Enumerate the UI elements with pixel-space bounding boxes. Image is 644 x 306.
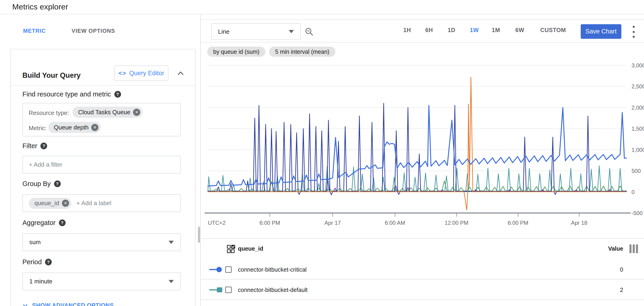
timezone-label: UTC+2 [208,220,240,226]
dropdown-arrow-icon [289,30,294,33]
resource-metric-box: Resource type: Cloud Tasks Queue✕ Metric… [22,103,181,136]
range-1h[interactable]: 1H [403,27,411,33]
aggregator-label: Aggregator? [22,219,66,227]
aggregator-select[interactable]: sum [22,233,181,251]
zoom-out-icon[interactable] [305,27,314,37]
app-header: Metrics explorer [0,0,644,14]
series-legend-mark-line-square [209,287,223,293]
chart-type-select[interactable]: Line [211,23,301,40]
queue-id-cell: connector-bitbucket-critical [238,266,306,273]
y-axis-label: 2,500 [632,83,644,90]
group-by-chip[interactable]: by queue id (sum) [207,47,266,57]
query-editor-button[interactable]: <> Query Editor [114,65,168,81]
metric-chip[interactable]: Queue depth✕ [48,122,101,133]
aggregation-chips: by queue id (sum) 5 min interval (mean) [207,47,336,57]
y-axis-label: 1,500 [632,126,644,132]
interval-chip[interactable]: 5 min interval (mean) [269,47,336,57]
chart-panel: Line 1H 6H 1D 1W 1M 6W CUSTOM Save Chart… [201,14,644,306]
metric-label: Metric: [29,125,47,132]
tab-metric[interactable]: METRIC [23,28,46,34]
x-axis-label: 12:00 PM [440,220,472,226]
dropdown-arrow-icon [168,280,174,283]
help-icon[interactable]: ? [114,91,121,98]
remove-chip-icon[interactable]: ✕ [62,200,69,207]
row-checkbox[interactable] [225,287,232,293]
scrollbar-thumb[interactable] [198,227,200,243]
series-legend-mark-line-circle [209,267,223,273]
y-axis-label: -500 [632,210,642,217]
card-header-divider [11,85,195,86]
x-axis-label: 6:00 PM [502,220,534,226]
help-icon[interactable]: ? [40,143,47,149]
filter-label: Filter? [22,142,47,150]
add-filter-input[interactable]: + Add a filter [22,156,181,174]
range-1m[interactable]: 1M [492,27,500,33]
select-series-icon[interactable] [227,245,235,254]
x-axis-label: Apr 18 [563,220,595,226]
y-axis-label: 0 [632,189,634,195]
y-axis-label: 2,000 [632,104,644,111]
value-cell: 2 [620,287,623,293]
value-cell: 0 [620,266,623,273]
column-header-value[interactable]: Value [608,245,623,252]
resource-type-label: Resource type: [29,109,69,117]
legend-table-header: queue_id Value [201,239,644,259]
y-axis-label: 500 [632,168,641,174]
y-axis-label: 3,000 [632,62,644,69]
help-icon[interactable]: ? [45,259,52,265]
chevron-down-icon [22,302,28,306]
chart[interactable]: 3,0002,5002,0001,5001,0005000-500UTC+26:… [203,58,644,229]
code-icon: <> [118,70,126,77]
tab-view-options[interactable]: VIEW OPTIONS [72,28,115,34]
collapse-chevron-icon[interactable] [176,69,185,78]
dropdown-arrow-icon [168,241,174,244]
save-chart-button[interactable]: Save Chart [581,24,621,39]
period-select[interactable]: 1 minute [22,273,181,290]
range-1w[interactable]: 1W [470,27,479,33]
build-your-query-card: Build Your Query <> Query Editor Find re… [10,49,196,306]
add-filter-placeholder: + Add a filter [29,161,62,168]
add-label-placeholder: + Add a label [76,200,111,207]
range-6w[interactable]: 6W [515,27,524,33]
metrics-explorer-app: Metrics explorer METRIC VIEW OPTIONS Bui… [0,0,644,306]
remove-chip-icon[interactable]: ✕ [133,109,140,116]
column-header-queue-id[interactable]: queue_id [238,245,263,252]
chart-toolbar: Line 1H 6H 1D 1W 1M 6W CUSTOM Save Chart [201,19,644,42]
group-by-input[interactable]: queue_id✕ + Add a label [22,194,181,212]
help-icon[interactable]: ? [54,180,61,187]
queue-id-cell: connector-bitbucket-default [238,287,308,293]
chart-canvas[interactable] [203,58,644,229]
resource-type-chip[interactable]: Cloud Tasks Queue✕ [72,107,142,118]
remove-chip-icon[interactable]: ✕ [91,124,98,131]
card-title: Build Your Query [22,71,80,80]
y-axis-label: 1,000 [632,147,644,153]
range-6h[interactable]: 6H [425,27,433,33]
query-editor-label: Query Editor [129,70,164,77]
x-axis-label: Apr 17 [316,220,349,226]
table-row[interactable]: connector-bitbucket-default 2 [201,280,644,300]
group-by-label: Group By? [22,180,61,188]
x-axis-label: 6:00 PM [254,220,286,226]
query-sidebar: METRIC VIEW OPTIONS Build Your Query <> … [0,14,201,306]
page-title: Metrics explorer [12,2,68,11]
help-icon[interactable]: ? [59,220,66,226]
table-row[interactable]: connector-bitbucket-critical 0 [201,260,644,280]
show-advanced-options-link[interactable]: SHOW ADVANCED OPTIONS [22,302,114,306]
x-axis-label: 6:00 AM [379,220,411,226]
queue-id-chip[interactable]: queue_id✕ [29,198,72,209]
more-options-icon[interactable] [632,26,635,38]
columns-icon[interactable] [630,244,638,253]
row-checkbox[interactable] [225,266,232,273]
period-label: Period? [22,258,52,266]
range-custom[interactable]: CUSTOM [540,27,566,33]
find-resource-label: Find resource type and metric? [22,90,121,98]
range-1d[interactable]: 1D [448,27,455,33]
